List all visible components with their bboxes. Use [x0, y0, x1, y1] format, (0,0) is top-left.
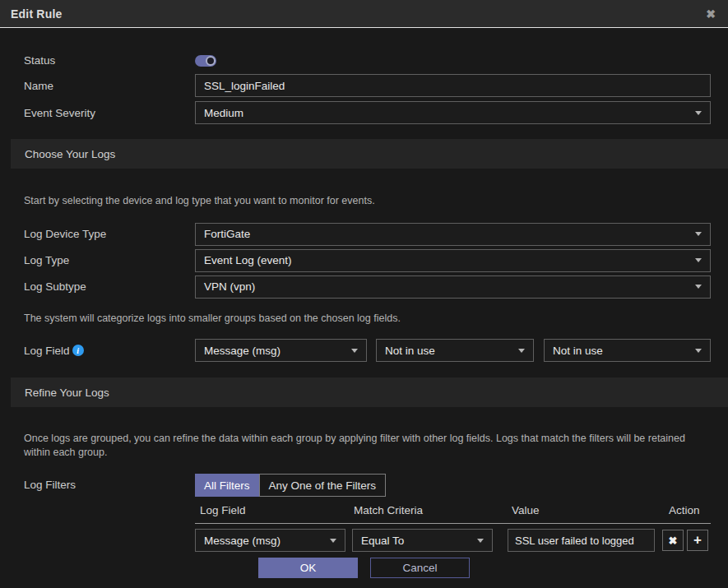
log-filters-label: Log Filters [24, 474, 195, 491]
toggle-knob-icon [206, 56, 216, 66]
status-toggle[interactable] [195, 55, 216, 67]
chevron-down-icon [695, 232, 702, 236]
remove-icon: ✖ [669, 535, 678, 547]
group-note: The system will categorize logs into sma… [24, 312, 694, 326]
chevron-down-icon [695, 258, 702, 262]
chevron-down-icon [518, 349, 525, 353]
severity-select[interactable]: Medium [195, 101, 711, 124]
chevron-down-icon [695, 349, 702, 353]
filter-mode-tabs: All Filters Any One of the Filters [195, 474, 711, 497]
device-type-value: FortiGate [204, 228, 250, 240]
chevron-down-icon [695, 111, 702, 115]
col-action: Action [662, 504, 711, 516]
modal-body: Status Name Event Severity Medium Choose… [0, 28, 728, 578]
log-field-label: Log Field i [24, 345, 195, 357]
name-label: Name [24, 80, 195, 92]
log-type-value: Event Log (event) [204, 254, 292, 266]
refine-logs-section-header: Refine Your Logs [11, 377, 728, 407]
chevron-down-icon [351, 349, 358, 353]
filter-match-criteria-select[interactable]: Equal To [352, 529, 493, 552]
info-icon[interactable]: i [72, 345, 84, 356]
col-match-criteria: Match Criteria [352, 504, 508, 516]
tab-any-one-filters[interactable]: Any One of the Filters [259, 474, 387, 497]
log-subtype-select[interactable]: VPN (vpn) [195, 275, 711, 299]
filter-row: Message (msg) Equal To [195, 529, 711, 552]
log-field-select-3[interactable]: Not in use [544, 339, 711, 362]
choose-logs-intro: Start by selecting the device and log ty… [24, 194, 694, 208]
log-field-row: Log Field i Message (msg) Not in use Not… [24, 339, 711, 362]
modal-footer: OK Cancel [0, 558, 728, 578]
log-subtype-value: VPN (vpn) [204, 280, 255, 293]
severity-label: Event Severity [24, 107, 195, 119]
device-type-row: Log Device Type FortiGate [24, 223, 711, 246]
log-field-label-text: Log Field [24, 345, 70, 357]
add-icon: + [693, 532, 702, 549]
log-type-select[interactable]: Event Log (event) [195, 249, 711, 272]
choose-logs-section-header: Choose Your Logs [11, 139, 728, 169]
add-filter-button[interactable]: + [687, 530, 708, 551]
severity-value: Medium [204, 107, 243, 119]
status-label: Status [24, 54, 195, 67]
severity-row: Event Severity Medium [24, 101, 711, 124]
device-type-select[interactable]: FortiGate [195, 223, 711, 246]
log-field-select-2[interactable]: Not in use [376, 339, 534, 362]
log-type-label: Log Type [24, 254, 195, 266]
tab-all-filters[interactable]: All Filters [195, 474, 259, 497]
log-filters-row: Log Filters All Filters Any One of the F… [24, 474, 711, 552]
log-subtype-label: Log Subtype [24, 280, 195, 293]
name-row: Name [24, 74, 711, 97]
col-value: Value [508, 504, 662, 516]
log-field-value-1: Message (msg) [204, 345, 281, 357]
filter-log-field-value: Message (msg) [204, 535, 281, 547]
filter-value-input[interactable] [508, 529, 655, 552]
filters-table: Log Field Match Criteria Value Action Me… [195, 504, 711, 552]
log-subtype-row: Log Subtype VPN (vpn) [24, 275, 711, 299]
refine-logs-header-text: Refine Your Logs [25, 387, 109, 399]
col-log-field: Log Field [195, 504, 352, 516]
ok-button[interactable]: OK [258, 558, 358, 578]
modal-title: Edit Rule [11, 7, 62, 21]
log-type-row: Log Type Event Log (event) [24, 249, 711, 272]
modal-titlebar: Edit Rule ✖ [0, 0, 728, 28]
chevron-down-icon [695, 285, 702, 289]
name-input[interactable] [195, 74, 711, 97]
cancel-button[interactable]: Cancel [370, 558, 470, 578]
status-row: Status [24, 54, 711, 67]
log-field-value-3: Not in use [553, 345, 603, 357]
chevron-down-icon [330, 539, 336, 543]
choose-logs-header-text: Choose Your Logs [25, 148, 115, 160]
filter-match-criteria-value: Equal To [361, 535, 404, 547]
chevron-down-icon [477, 539, 484, 543]
refine-logs-intro: Once logs are grouped, you can refine th… [24, 432, 694, 459]
filter-log-field-select[interactable]: Message (msg) [195, 529, 345, 552]
remove-filter-button[interactable]: ✖ [662, 530, 684, 551]
close-icon[interactable]: ✖ [706, 8, 716, 20]
log-field-select-1[interactable]: Message (msg) [195, 339, 367, 362]
device-type-label: Log Device Type [24, 228, 195, 240]
filters-table-header: Log Field Match Criteria Value Action [195, 504, 711, 524]
log-field-value-2: Not in use [385, 345, 435, 357]
